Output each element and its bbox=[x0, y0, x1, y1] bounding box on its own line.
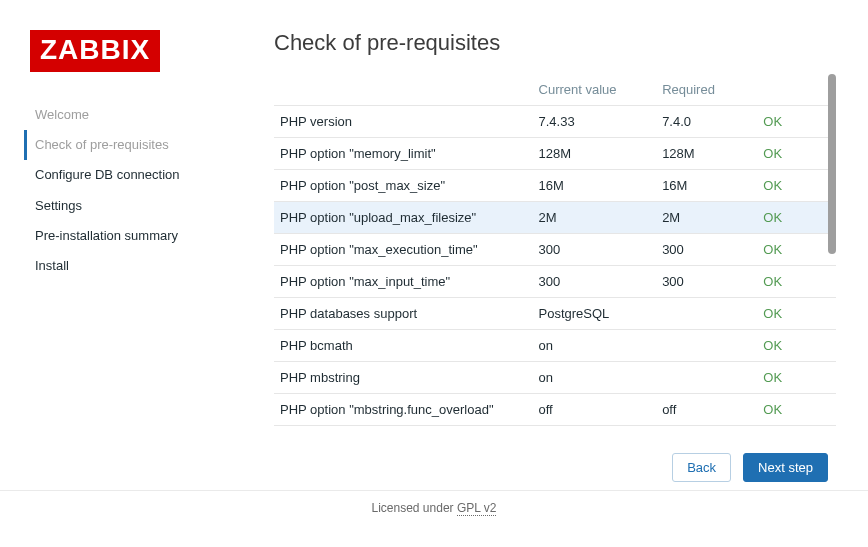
table-header-row: Current value Required bbox=[274, 74, 836, 106]
table-row: PHP bcmathonOK bbox=[274, 330, 836, 362]
footer: Licensed under GPL v2 bbox=[0, 490, 868, 525]
cell-name: PHP option "upload_max_filesize" bbox=[274, 202, 533, 234]
prereq-tbody: PHP version7.4.337.4.0OKPHP option "memo… bbox=[274, 106, 836, 426]
cell-name: PHP databases support bbox=[274, 298, 533, 330]
cell-status: OK bbox=[757, 362, 836, 394]
cell-status: OK bbox=[757, 330, 836, 362]
next-step-button[interactable]: Next step bbox=[743, 453, 828, 482]
cell-required bbox=[656, 330, 757, 362]
cell-status: OK bbox=[757, 202, 836, 234]
table-row: PHP option "mbstring.func_overload"offof… bbox=[274, 394, 836, 426]
cell-name: PHP option "memory_limit" bbox=[274, 138, 533, 170]
cell-status: OK bbox=[757, 266, 836, 298]
cell-name: PHP bcmath bbox=[274, 330, 533, 362]
page-title: Check of pre-requisites bbox=[274, 30, 836, 56]
prereq-table-wrap: Current value Required PHP version7.4.33… bbox=[274, 74, 836, 437]
sidebar-item-4[interactable]: Pre-installation summary bbox=[24, 221, 244, 251]
cell-required: 16M bbox=[656, 170, 757, 202]
cell-required: 2M bbox=[656, 202, 757, 234]
header-current: Current value bbox=[533, 74, 657, 106]
sidebar-item-5[interactable]: Install bbox=[24, 251, 244, 281]
scrollbar-thumb[interactable] bbox=[828, 74, 836, 254]
back-button[interactable]: Back bbox=[672, 453, 731, 482]
cell-required: 300 bbox=[656, 266, 757, 298]
cell-current: 7.4.33 bbox=[533, 106, 657, 138]
sidebar: ZABBIX WelcomeCheck of pre-requisitesCon… bbox=[24, 20, 244, 490]
table-row: PHP option "max_input_time"300300OK bbox=[274, 266, 836, 298]
footer-text: Licensed under bbox=[372, 501, 457, 515]
cell-status: OK bbox=[757, 298, 836, 330]
table-row: PHP version7.4.337.4.0OK bbox=[274, 106, 836, 138]
cell-status: OK bbox=[757, 138, 836, 170]
zabbix-logo: ZABBIX bbox=[30, 30, 160, 72]
cell-name: PHP option "max_input_time" bbox=[274, 266, 533, 298]
cell-status: OK bbox=[757, 106, 836, 138]
sidebar-item-0[interactable]: Welcome bbox=[24, 100, 244, 130]
gpl-link[interactable]: GPL v2 bbox=[457, 501, 497, 516]
sidebar-item-2[interactable]: Configure DB connection bbox=[24, 160, 244, 190]
cell-name: PHP option "max_execution_time" bbox=[274, 234, 533, 266]
sidebar-item-1[interactable]: Check of pre-requisites bbox=[24, 130, 244, 160]
cell-current: 300 bbox=[533, 266, 657, 298]
cell-required: 300 bbox=[656, 234, 757, 266]
cell-required: 128M bbox=[656, 138, 757, 170]
cell-required bbox=[656, 298, 757, 330]
table-row: PHP option "max_execution_time"300300OK bbox=[274, 234, 836, 266]
table-row: PHP databases supportPostgreSQLOK bbox=[274, 298, 836, 330]
cell-current: on bbox=[533, 362, 657, 394]
prereq-table: Current value Required PHP version7.4.33… bbox=[274, 74, 836, 426]
table-row: PHP mbstringonOK bbox=[274, 362, 836, 394]
sidebar-item-3[interactable]: Settings bbox=[24, 191, 244, 221]
cell-name: PHP option "mbstring.func_overload" bbox=[274, 394, 533, 426]
table-row: PHP option "memory_limit"128M128MOK bbox=[274, 138, 836, 170]
button-row: Back Next step bbox=[274, 437, 836, 490]
cell-name: PHP option "post_max_size" bbox=[274, 170, 533, 202]
cell-current: off bbox=[533, 394, 657, 426]
wizard-container: ZABBIX WelcomeCheck of pre-requisitesCon… bbox=[24, 20, 844, 490]
table-row: PHP option "post_max_size"16M16MOK bbox=[274, 170, 836, 202]
cell-current: 128M bbox=[533, 138, 657, 170]
cell-status: OK bbox=[757, 394, 836, 426]
cell-required: off bbox=[656, 394, 757, 426]
cell-status: OK bbox=[757, 170, 836, 202]
header-status bbox=[757, 74, 836, 106]
cell-required: 7.4.0 bbox=[656, 106, 757, 138]
cell-name: PHP mbstring bbox=[274, 362, 533, 394]
main-panel: Check of pre-requisites Current value Re… bbox=[244, 20, 844, 490]
cell-status: OK bbox=[757, 234, 836, 266]
cell-current: on bbox=[533, 330, 657, 362]
cell-current: PostgreSQL bbox=[533, 298, 657, 330]
nav-list: WelcomeCheck of pre-requisitesConfigure … bbox=[24, 100, 244, 281]
cell-current: 300 bbox=[533, 234, 657, 266]
table-row: PHP option "upload_max_filesize"2M2MOK bbox=[274, 202, 836, 234]
header-name bbox=[274, 74, 533, 106]
header-required: Required bbox=[656, 74, 757, 106]
cell-name: PHP version bbox=[274, 106, 533, 138]
cell-current: 16M bbox=[533, 170, 657, 202]
cell-required bbox=[656, 362, 757, 394]
cell-current: 2M bbox=[533, 202, 657, 234]
